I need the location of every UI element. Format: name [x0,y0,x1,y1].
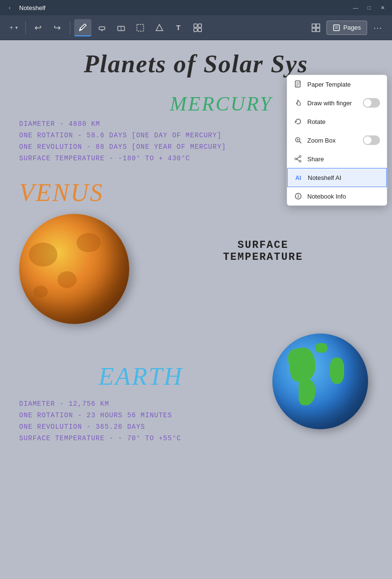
share-menu-item[interactable]: Share [287,150,387,168]
share-label: Share [307,156,380,163]
svg-rect-13 [334,25,339,31]
pages-label: Pages [343,24,361,31]
info-icon [294,192,302,200]
svg-line-27 [297,157,299,159]
earth-name: EARTH [19,362,263,390]
grid-icon [311,23,321,33]
minimize-button[interactable]: — [350,2,361,13]
ai-icon: AI [294,173,303,182]
back-button[interactable]: ‹ [4,2,15,13]
svg-point-32 [298,194,299,195]
earth-revolution: ONE REVOLUTION - 365.26 Days [19,423,263,431]
more-options-button[interactable]: ⋯ [369,19,386,36]
toolbar: + ▾ ↩ ↪ T [0,15,392,40]
svg-line-28 [297,159,299,161]
media-icon [193,23,202,33]
mercury-rotation: ONE ROTATION - 58.6 Days [One day of mer… [19,132,272,139]
pages-icon [333,24,340,32]
svg-point-24 [299,156,301,157]
notebook-info-label: Notebook Info [307,193,380,200]
mercury-info: MERCURY DIAMETER - 4880 km ONE ROTATION … [19,92,282,169]
earth-section: EARTH DIAMETER - 12,756 km ONE ROTATION … [19,334,373,446]
venus-surface-label: SURFACE [153,239,373,251]
venus-planet-image: VENUS [19,178,144,324]
draw-finger-toggle[interactable] [363,98,380,108]
venus-ball [19,214,129,324]
grid-view-button[interactable] [307,19,325,36]
lasso-icon [135,23,145,33]
shape-icon [155,23,164,33]
marker-tool-button[interactable] [93,19,111,36]
add-chevron-icon: ▾ [15,25,18,30]
svg-rect-11 [312,28,315,32]
lasso-tool-button[interactable] [132,19,149,36]
text-tool-button[interactable]: T [170,19,187,36]
titlebar: ‹ Noteshelf — □ ✕ [0,0,392,15]
draw-finger-icon [294,99,302,107]
media-tool-button[interactable] [189,19,206,36]
add-button[interactable]: + ▾ [6,22,22,33]
svg-rect-8 [198,28,202,32]
earth-temperature: SURFACE TEMPERATURE - - 70° to +55°C [19,434,263,442]
notebook-info-menu-item[interactable]: Notebook Info [287,187,387,205]
rotate-menu-item[interactable]: Rotate [287,112,387,131]
zoom-box-toggle[interactable] [363,135,380,145]
paper-template-menu-item[interactable]: Paper Template [287,75,387,93]
rotate-icon [294,117,302,126]
svg-text:AI: AI [295,175,301,181]
paper-template-icon [294,80,302,89]
svg-rect-5 [194,24,197,27]
share-icon [294,155,302,163]
svg-point-25 [299,160,301,162]
zoom-box-icon [294,136,302,145]
svg-rect-6 [198,24,202,27]
noteshelf-ai-label: Noteshelf AI [308,174,380,181]
close-button[interactable]: ✕ [377,2,388,13]
maximize-button[interactable]: □ [363,2,375,13]
venus-temperature-label: TEMPERATURE [153,251,373,263]
app-title: Noteshelf [19,4,45,11]
svg-rect-0 [99,27,105,30]
mercury-revolution: ONE REVOLUTION - 88 Days [One year of me… [19,143,272,151]
earth-planet-image [272,334,373,429]
paper-template-label: Paper Template [307,81,380,88]
pen-icon [78,22,88,32]
venus-info: SURFACE TEMPERATURE [144,239,373,263]
svg-rect-12 [316,28,320,32]
canvas-area: Planets of Solar Sys MERCURY DIAMETER - … [0,40,392,579]
rotate-label: Rotate [307,118,380,125]
undo-button[interactable]: ↩ [30,19,47,36]
earth-rotation: ONE ROTATION - 23 hours 56 minutes [19,412,263,419]
svg-rect-4 [137,24,144,31]
pen-tool-button[interactable] [74,19,91,36]
svg-point-26 [295,158,297,160]
noteshelf-ai-menu-item[interactable]: AI Noteshelf AI [287,168,387,187]
marker-icon [97,23,107,33]
svg-rect-9 [312,24,315,27]
mercury-temperature: SURFACE TEMPERATURE - -180° TO + 430°C [19,155,272,162]
add-icon: + [10,24,13,31]
svg-rect-7 [194,28,197,32]
eraser-icon [116,23,126,33]
mercury-name: MERCURY [19,92,272,115]
redo-button[interactable]: ↪ [49,19,66,36]
zoom-box-menu-item[interactable]: Zoom Box [287,131,387,150]
mercury-diameter: DIAMETER - 4880 km [19,120,272,128]
pages-button[interactable]: Pages [326,21,367,35]
zoom-box-label: Zoom Box [307,137,358,144]
svg-rect-10 [316,24,320,27]
earth-info: EARTH DIAMETER - 12,756 km ONE ROTATION … [19,334,272,446]
venus-name: VENUS [19,178,144,207]
shape-tool-button[interactable] [151,19,168,36]
draw-with-finger-label: Draw with finger [307,100,358,107]
eraser-tool-button[interactable] [112,19,130,36]
svg-line-21 [300,142,302,144]
draw-with-finger-menu-item[interactable]: Draw with finger [287,93,387,112]
earth-ball [272,334,368,429]
earth-diameter: DIAMETER - 12,756 km [19,400,263,408]
main-title: Planets of Solar Sys [19,50,373,78]
dropdown-menu: Paper Template Draw with finger Rotate [287,75,387,206]
